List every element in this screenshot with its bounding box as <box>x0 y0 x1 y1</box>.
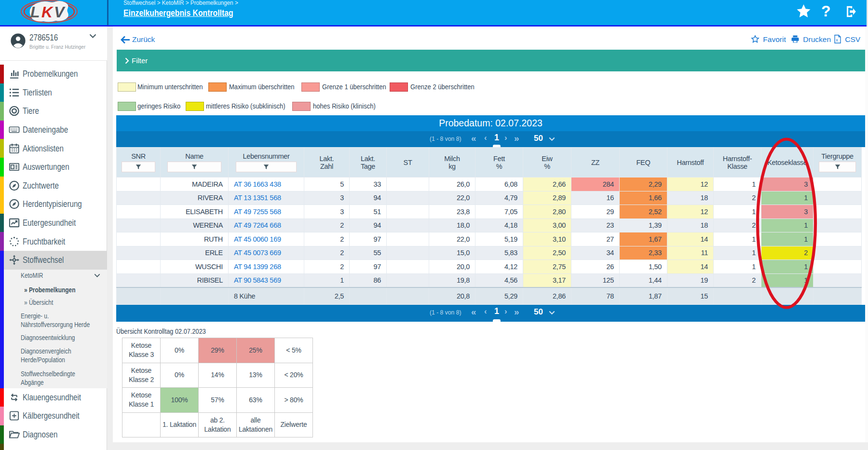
svg-text:L: L <box>30 3 40 21</box>
svg-text:x: x <box>836 38 838 42</box>
svg-text:K: K <box>41 3 54 21</box>
svg-text:V: V <box>54 3 66 21</box>
